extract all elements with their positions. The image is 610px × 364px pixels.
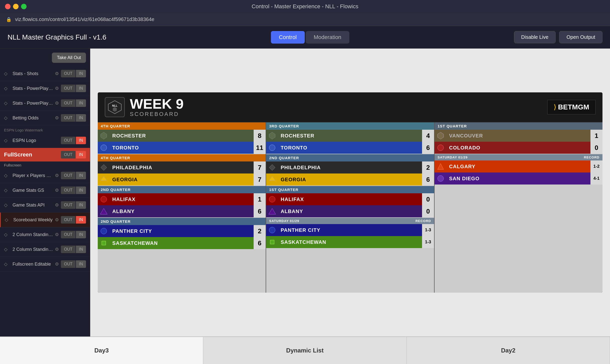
- sidebar-item-powerplay-goals: ◇ Stats - PowerPlay Goals ⚙ OUT IN: [0, 96, 90, 111]
- gear-icon[interactable]: ⚙: [55, 188, 59, 193]
- take-all-out-container: Take All Out: [0, 53, 90, 66]
- gear-icon[interactable]: ⚙: [55, 202, 59, 208]
- game-card-panther-sask-1: 2ND QUARTER PANTHER CITY 2: [98, 218, 266, 249]
- out-button[interactable]: OUT: [61, 201, 75, 209]
- sidebar-item-scoreboard-weekly: ◇ Scoreboard Weekly ⚙ OUT IN: [0, 213, 90, 227]
- out-button[interactable]: OUT: [61, 70, 75, 77]
- out-button[interactable]: OUT: [61, 260, 75, 268]
- out-in-toggle: OUT IN: [61, 99, 86, 107]
- team-logo-calgary: [435, 160, 447, 172]
- gear-icon[interactable]: ⚙: [55, 247, 59, 252]
- out-button[interactable]: OUT: [61, 114, 75, 122]
- diamond-icon: ◇: [4, 138, 11, 143]
- team-score: 4: [422, 130, 434, 142]
- out-button[interactable]: OUT: [61, 216, 75, 224]
- gear-icon[interactable]: ⚙: [55, 115, 59, 121]
- sidebar-label: Game Stats API: [13, 203, 53, 208]
- team-name-sandiego: SAN DIEGO: [447, 172, 590, 185]
- open-output-button[interactable]: Open Output: [559, 31, 602, 43]
- svg-marker-9: [269, 132, 275, 139]
- game-card-phil-georgia-2: 2ND QUARTER PHILADELPHIA 2: [266, 154, 434, 186]
- team-logo-panther: [98, 225, 110, 237]
- gear-icon[interactable]: ⚙: [55, 261, 59, 267]
- disable-live-button[interactable]: Disable Live: [514, 31, 556, 43]
- in-button[interactable]: IN: [76, 187, 86, 194]
- team-name-halifax: HALIFAX: [278, 193, 422, 205]
- out-button[interactable]: OUT: [61, 151, 75, 158]
- team-score: 7: [254, 173, 266, 186]
- out-button[interactable]: OUT: [61, 99, 75, 107]
- out-in-toggle: OUT IN: [61, 172, 86, 179]
- team-name-halifax: HALIFAX: [110, 193, 254, 205]
- team-logo-sandiego: [435, 172, 447, 185]
- in-button[interactable]: IN: [76, 85, 86, 92]
- out-in-toggle: OUT IN: [61, 137, 86, 144]
- sidebar-label: Stats - PowerPlay Cou...: [13, 86, 53, 91]
- out-button[interactable]: OUT: [61, 137, 75, 144]
- take-all-out-button[interactable]: Take All Out: [52, 53, 86, 63]
- gear-icon[interactable]: ⚙: [55, 86, 59, 91]
- team-name-rochester: ROCHESTER: [278, 130, 422, 142]
- gear-icon[interactable]: ⚙: [55, 100, 59, 106]
- quarter-label: SATURDAY 01/29RECORD: [435, 154, 602, 160]
- diamond-icon: ◇: [4, 202, 11, 208]
- window-controls[interactable]: [5, 4, 27, 9]
- out-button[interactable]: OUT: [61, 231, 75, 238]
- team-row-albany: ALBANY 6: [98, 205, 266, 217]
- in-button[interactable]: IN: [76, 114, 86, 122]
- team-name-philadelphia: PHILADELPHIA: [110, 161, 254, 173]
- bottom-tab-dynamic-list[interactable]: Dynamic List: [203, 337, 406, 364]
- maximize-button[interactable]: [21, 4, 27, 9]
- in-button[interactable]: IN: [76, 99, 86, 107]
- out-button[interactable]: OUT: [61, 85, 75, 92]
- in-button-active[interactable]: IN: [76, 216, 86, 224]
- in-button[interactable]: IN: [76, 201, 86, 209]
- out-in-toggle: OUT IN: [61, 114, 86, 122]
- quarter-label: 1ST QUARTER: [266, 186, 434, 193]
- url-display[interactable]: viz.flowics.com/control/13541/viz/61e068…: [15, 17, 154, 22]
- out-button[interactable]: OUT: [61, 246, 75, 253]
- header-tabs: Control Moderation: [271, 31, 349, 44]
- diamond-icon: ◇: [5, 217, 11, 223]
- out-in-toggle: OUT IN: [61, 85, 86, 92]
- in-button[interactable]: IN: [76, 246, 86, 253]
- in-button-active[interactable]: IN: [76, 137, 86, 144]
- team-row-georgia: GEORGIA 6: [266, 173, 434, 186]
- sidebar-item-game-stats-api: ◇ Game Stats API ⚙ OUT IN: [0, 198, 90, 213]
- bottom-tab-day2[interactable]: Day2: [407, 337, 610, 364]
- team-row-vancouver: VANCOUVER 1: [435, 130, 602, 142]
- bottom-tab-day3[interactable]: Day3: [0, 337, 203, 364]
- gear-icon[interactable]: ⚙: [55, 217, 59, 223]
- gear-icon[interactable]: ⚙: [55, 232, 59, 237]
- out-button[interactable]: OUT: [61, 187, 75, 194]
- minimize-button[interactable]: [13, 4, 19, 9]
- tab-control[interactable]: Control: [271, 31, 305, 44]
- close-button[interactable]: [5, 4, 11, 9]
- scoreboard-grid: 4TH QUARTER ROCHESTER 8 T: [98, 122, 602, 293]
- out-in-toggle: OUT IN: [61, 187, 86, 194]
- team-score: 6: [254, 205, 266, 217]
- sidebar-item-player-stats: ◇ Player x Players Stats ... ⚙ OUT IN: [0, 168, 90, 183]
- fullscreen-sub: Fullscreen: [0, 161, 90, 168]
- sidebar-label: 2 Column Standings E...: [13, 247, 53, 252]
- in-button[interactable]: IN: [76, 70, 86, 77]
- in-button[interactable]: IN: [76, 260, 86, 268]
- sidebar-item-standings-e: ◇ 2 Column Standings E... ⚙ OUT IN: [0, 242, 90, 257]
- in-button[interactable]: IN: [76, 172, 86, 179]
- team-logo-philadelphia: [98, 161, 110, 173]
- svg-point-14: [269, 227, 275, 233]
- team-logo-halifax: [98, 193, 110, 205]
- scoreboard-title-block: WEEK 9 SCOREBOARD: [130, 97, 542, 117]
- team-logo-toronto: [266, 142, 278, 154]
- game-card-halifax-albany-1: 2ND QUARTER HALIFAX 1 ALB: [98, 186, 266, 217]
- in-button[interactable]: IN: [76, 231, 86, 238]
- svg-point-6: [101, 196, 107, 202]
- gear-icon[interactable]: ⚙: [55, 71, 59, 76]
- gear-icon[interactable]: ⚙: [55, 173, 59, 178]
- scoreboard: NLL WEEK 9 SCOREBOARD ⟩ BETMGM: [98, 92, 602, 293]
- in-button-active[interactable]: IN: [76, 151, 86, 158]
- team-score: 6: [422, 173, 434, 186]
- out-button[interactable]: OUT: [61, 172, 75, 179]
- team-name-toronto: TORONTO: [110, 142, 254, 154]
- tab-moderation[interactable]: Moderation: [306, 31, 349, 44]
